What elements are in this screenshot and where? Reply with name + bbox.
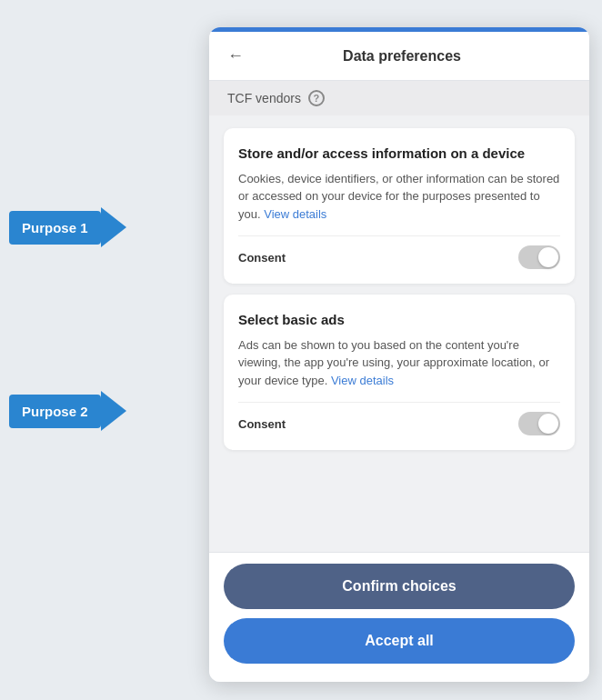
- modal-footer: Confirm choices Accept all: [209, 552, 589, 682]
- modal-header: ← Data preferences: [209, 32, 589, 81]
- section-label: TCF vendors: [227, 91, 301, 105]
- scroll-content[interactable]: Store and/or access information on a dev…: [209, 115, 589, 552]
- back-button[interactable]: ←: [227, 46, 244, 65]
- data-preferences-modal: ← Data preferences TCF vendors ? Store a…: [209, 27, 589, 682]
- purpose-2-label: Purpose 2: [9, 395, 101, 428]
- purpose-2-title: Select basic ads: [238, 311, 560, 329]
- confirm-choices-button[interactable]: Confirm choices: [224, 564, 575, 609]
- purpose-2-consent-label: Consent: [238, 417, 286, 431]
- modal-title: Data preferences: [255, 48, 571, 65]
- purpose-2-toggle[interactable]: [518, 412, 560, 435]
- purpose-1-consent-label: Consent: [238, 251, 286, 265]
- purpose-1-arrow: Purpose 1: [9, 207, 126, 247]
- purpose-1-desc: Cookies, device identifiers, or other in…: [238, 170, 560, 224]
- accept-all-button[interactable]: Accept all: [224, 618, 575, 664]
- purpose-card-2: Select basic ads Ads can be shown to you…: [224, 295, 575, 450]
- purpose-card-1: Store and/or access information on a dev…: [224, 128, 575, 284]
- purpose-2-arrow-triangle: [101, 391, 126, 431]
- purpose-1-label: Purpose 1: [9, 211, 101, 245]
- purpose-1-view-details[interactable]: View details: [264, 207, 326, 221]
- section-header: TCF vendors ?: [209, 81, 589, 115]
- purpose-1-title: Store and/or access information on a dev…: [238, 145, 560, 163]
- purpose-1-toggle[interactable]: [518, 245, 560, 269]
- purpose-1-toggle-thumb: [538, 247, 558, 267]
- purpose-1-arrow-triangle: [101, 207, 126, 247]
- purpose-2-arrow: Purpose 2: [9, 391, 126, 431]
- purpose-2-view-details[interactable]: View details: [331, 374, 394, 387]
- purpose-2-consent-row: Consent: [238, 402, 560, 435]
- purpose-2-desc: Ads can be shown to you based on the con…: [238, 336, 560, 390]
- help-icon[interactable]: ?: [308, 90, 325, 106]
- purpose-1-consent-row: Consent: [238, 235, 560, 269]
- purpose-2-toggle-thumb: [538, 414, 558, 434]
